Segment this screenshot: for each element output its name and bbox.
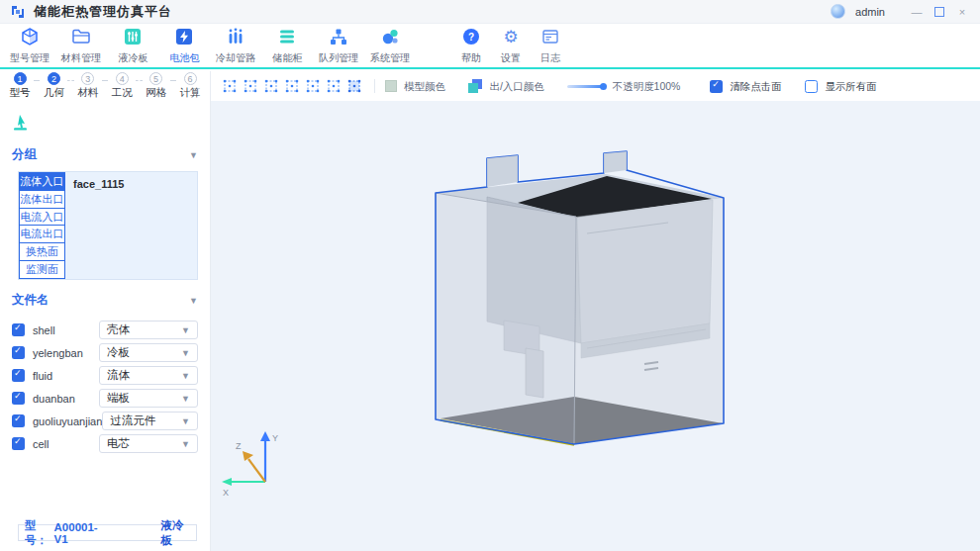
- battery-pack-3d-model[interactable]: X Y Z: [211, 101, 980, 551]
- view-cube-icon[interactable]: [223, 79, 237, 93]
- view-cube-icon[interactable]: [285, 79, 299, 93]
- filename-section-header[interactable]: 文件名 ▼: [12, 292, 198, 309]
- model-label: 型号：: [25, 518, 54, 548]
- step-material[interactable]: 3材料: [75, 72, 101, 100]
- system-icon: [379, 26, 401, 47]
- toolbar-item-cold-plate[interactable]: 液冷板: [107, 26, 158, 65]
- step-mesh[interactable]: 5网格: [144, 72, 169, 100]
- view-cube-icon[interactable]: [306, 79, 320, 93]
- legend-port-color: 出/入口颜色: [468, 79, 545, 94]
- svg-text:?: ?: [468, 32, 474, 43]
- toolbar-item-log[interactable]: 日志: [531, 26, 570, 65]
- toolbar-item-storage-cabinet[interactable]: 储能柜: [261, 26, 313, 65]
- view-cube-icon-active[interactable]: [347, 79, 361, 93]
- checkbox-cell[interactable]: [12, 437, 25, 450]
- pick-face-tool[interactable]: [12, 115, 210, 135]
- group-tab-fluid-inlet[interactable]: 流体入口: [19, 172, 65, 190]
- username[interactable]: admin: [855, 6, 885, 18]
- left-panel: 1型号 2几何 3材料 4工况 5网格 6计算 分组 ▼ 流体入口 流: [0, 71, 211, 551]
- chevron-down-icon: ▼: [181, 371, 190, 381]
- cube-icon: [19, 26, 41, 47]
- checkbox-fluid[interactable]: [12, 369, 25, 382]
- axis-x-label: X: [223, 488, 229, 498]
- toolbar-item-help[interactable]: ? 帮助: [451, 26, 491, 65]
- file-row-fluid: fluid 流体▼: [12, 364, 198, 387]
- group-tab-current-outlet[interactable]: 电流出口: [19, 225, 65, 242]
- step-model[interactable]: 1型号: [7, 72, 33, 100]
- group-face-list: face_1115: [65, 172, 197, 279]
- step-connector: [102, 80, 108, 81]
- toolbar-item-cooling-pipeline[interactable]: 冷却管路: [210, 26, 261, 65]
- file-row-shell: shell 壳体▼: [12, 319, 198, 341]
- step-geometry[interactable]: 2几何: [41, 72, 66, 100]
- queue-icon: [328, 26, 349, 47]
- help-icon: ?: [460, 26, 482, 47]
- toolbar-item-settings[interactable]: ⚙ 设置: [491, 26, 531, 65]
- toolbar-item-system-mgmt[interactable]: 系统管理: [364, 26, 416, 65]
- view-cube-icon[interactable]: [327, 79, 341, 93]
- pick-cursor-icon: [12, 115, 30, 131]
- shell-right-face: [574, 198, 724, 444]
- toolbar-item-battery-pack[interactable]: 电池包: [158, 26, 210, 65]
- group-section-header[interactable]: 分组 ▼: [12, 146, 198, 163]
- group-tab-fluid-outlet[interactable]: 流体出口: [19, 190, 65, 208]
- select-guoliuyuanjian-type[interactable]: 过流元件▼: [102, 412, 198, 430]
- select-shell-type[interactable]: 壳体▼: [99, 321, 198, 339]
- user-avatar[interactable]: [831, 4, 845, 19]
- file-row-yelengban: yelengban 冷板▼: [12, 341, 198, 364]
- pipes-icon: [225, 26, 246, 47]
- checkbox-shell[interactable]: [12, 323, 25, 336]
- checkbox-checked-icon[interactable]: [710, 80, 723, 93]
- secondary-toolbar: ? 帮助 ⚙ 设置 日志: [451, 26, 570, 65]
- group-tab-heat-exchange-face[interactable]: 换热面: [19, 242, 65, 260]
- cabinet-icon: [276, 26, 298, 47]
- viewport-3d[interactable]: 模型颜色 出/入口颜色 不透明度100% 清除点击面 显示所有面: [211, 71, 980, 551]
- group-tab-current-inlet[interactable]: 电流入口: [19, 208, 65, 226]
- toolbar-item-queue-mgmt[interactable]: 队列管理: [313, 26, 364, 65]
- select-yelengban-type[interactable]: 冷板▼: [99, 343, 198, 362]
- select-fluid-type[interactable]: 流体▼: [99, 366, 198, 385]
- view-cube-icon[interactable]: [244, 79, 257, 93]
- view-cube-icon[interactable]: [264, 79, 278, 93]
- battery-icon: [173, 26, 195, 47]
- maximize-button[interactable]: [934, 7, 944, 17]
- group-box: 流体入口 流体出口 电流入口 电流出口 换热面 监测面 face_1115: [18, 171, 198, 280]
- group-tab-monitor-face[interactable]: 监测面: [19, 260, 65, 279]
- step-connector: [67, 80, 73, 81]
- face-list-item[interactable]: face_1115: [73, 178, 189, 190]
- toolbar-item-material-mgmt[interactable]: 材料管理: [55, 26, 107, 65]
- chevron-down-icon: ▼: [181, 394, 190, 404]
- app-title: 储能柜热管理仿真平台: [34, 3, 172, 21]
- axis-triad: X Y Z: [222, 431, 278, 498]
- step-condition[interactable]: 4工况: [109, 72, 135, 100]
- shell-left-face: [436, 193, 576, 444]
- checkbox-guoliuyuanjian[interactable]: [12, 414, 25, 427]
- top-tab-left: [487, 155, 518, 187]
- minimize-button[interactable]: —: [909, 4, 925, 20]
- chevron-down-icon[interactable]: ▼: [189, 150, 198, 160]
- main-toolbar: 型号管理 材料管理 液冷板 电池包 冷却管路 储能柜 队列管理: [0, 24, 980, 69]
- chevron-down-icon: ▼: [181, 416, 190, 426]
- select-duanban-type[interactable]: 端板▼: [99, 389, 198, 408]
- show-all-faces-checkbox[interactable]: 显示所有面: [805, 79, 878, 94]
- port-color-swatch: [468, 79, 482, 93]
- checkbox-unchecked-icon[interactable]: [805, 80, 818, 93]
- module-name: 液冷板: [160, 518, 190, 548]
- close-button[interactable]: ×: [954, 4, 970, 20]
- checkbox-yelengban[interactable]: [12, 346, 25, 359]
- step-connector: [136, 80, 142, 81]
- chevron-down-icon: ▼: [181, 348, 190, 358]
- checkbox-duanban[interactable]: [12, 392, 25, 405]
- file-rows: shell 壳体▼ yelengban 冷板▼ fluid 流体▼ duanba…: [12, 319, 198, 455]
- opacity-slider[interactable]: [567, 85, 605, 88]
- select-cell-type[interactable]: 电芯▼: [99, 434, 198, 453]
- chevron-down-icon[interactable]: ▼: [189, 296, 198, 306]
- slider-knob[interactable]: [600, 83, 607, 90]
- axis-z-label: Z: [236, 441, 242, 451]
- step-compute[interactable]: 6计算: [177, 72, 203, 100]
- toolbar-item-model-mgmt[interactable]: 型号管理: [4, 26, 55, 65]
- file-row-cell: cell 电芯▼: [12, 432, 198, 455]
- top-tab-right: [604, 151, 627, 173]
- clear-clicked-face-checkbox[interactable]: 清除点击面: [710, 79, 783, 94]
- chevron-down-icon: ▼: [181, 439, 190, 449]
